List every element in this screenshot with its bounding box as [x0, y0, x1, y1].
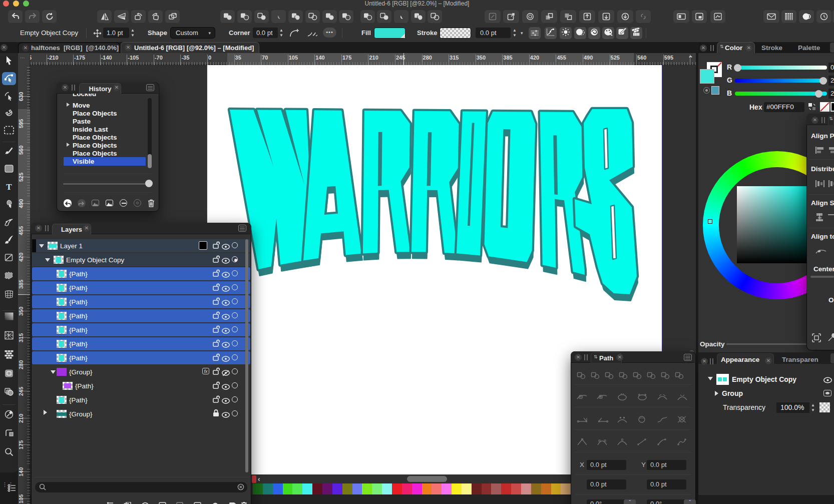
svg-text:T: T	[6, 182, 12, 191]
